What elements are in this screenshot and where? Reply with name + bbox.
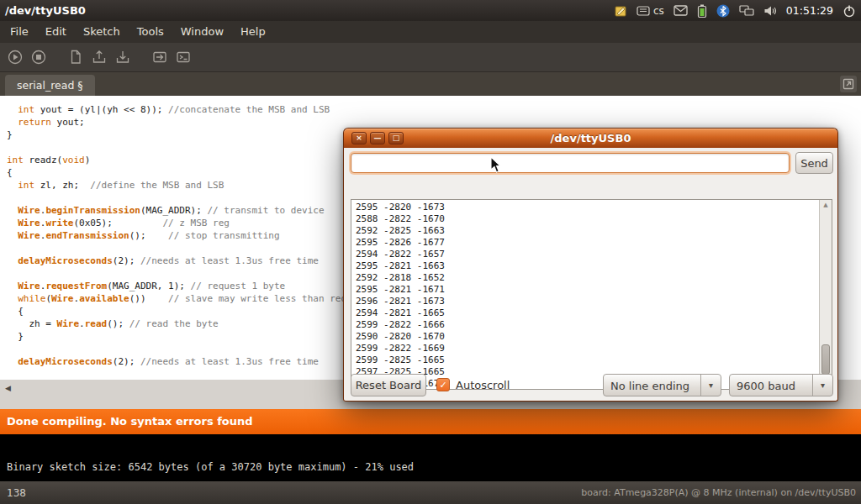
autoscroll-checkbox[interactable]: ✓ <box>436 378 450 391</box>
serial-scrollbar[interactable]: ▲ ▼ <box>819 200 832 389</box>
network-icon[interactable] <box>739 5 754 17</box>
scroll-up-icon[interactable]: ▲ <box>820 202 832 208</box>
menu-item-edit[interactable]: Edit <box>37 21 75 43</box>
serial-output-line: 2596 -2821 -1673 <box>356 296 819 307</box>
menu-item-help[interactable]: Help <box>232 21 274 43</box>
compile-status-bar: Done compiling. No syntax errors found <box>0 409 861 434</box>
serial-output-line: 2588 -2822 -1670 <box>356 213 819 225</box>
line-ending-select[interactable]: No line ending ▾ <box>603 374 721 396</box>
baud-value: 9600 baud <box>737 375 795 397</box>
new-sketch-button[interactable] <box>66 47 86 67</box>
bluetooth-icon[interactable] <box>716 4 730 18</box>
console-output: Binary sketch size: 6542 bytes (of a 307… <box>0 434 861 481</box>
serial-output-line: 2592 -2818 -1652 <box>356 272 819 284</box>
keyboard-icon <box>637 6 650 16</box>
system-tray: cs 01:51:29 <box>614 4 856 18</box>
screen: /dev/ttyUSB0 cs 01:5 <box>0 0 861 504</box>
menu-bar: FileEditSketchToolsWindowHelp <box>0 21 861 43</box>
verify-button[interactable] <box>5 47 25 67</box>
keyboard-layout-indicator[interactable]: cs <box>637 5 664 17</box>
tab-menu-icon[interactable] <box>840 76 857 92</box>
maximize-icon[interactable]: □ <box>388 132 404 144</box>
chevron-down-icon: ▾ <box>700 375 721 396</box>
serial-monitor-button[interactable] <box>173 47 193 67</box>
serial-monitor-titlebar[interactable]: × — □ /dev/ttyUSB0 <box>343 128 838 148</box>
open-button[interactable] <box>89 47 109 67</box>
serial-output-line: 2595 -2821 -1663 <box>356 260 819 272</box>
mail-icon[interactable] <box>673 5 688 16</box>
compile-status-message: Done compiling. No syntax errors found <box>7 415 253 428</box>
reset-board-button[interactable]: Reset Board <box>351 374 426 396</box>
serial-monitor-title: /dev/ttyUSB0 <box>344 132 837 144</box>
serial-output-line: 2595 -2820 -1673 <box>356 202 819 213</box>
close-icon[interactable]: × <box>351 132 367 144</box>
serial-monitor-body: Send 2595 -2820 -16732588 -2822 -1670259… <box>343 148 838 402</box>
serial-input[interactable] <box>351 153 790 173</box>
menu-item-tools[interactable]: Tools <box>129 21 172 43</box>
minimize-icon[interactable]: — <box>370 132 385 144</box>
tab-bar: serial_read § <box>0 72 861 96</box>
hscroll-left-icon[interactable]: ◀ <box>5 384 11 392</box>
autoscroll-label: Autoscroll <box>456 375 510 396</box>
window-title: /dev/ttyUSB0 <box>5 4 86 17</box>
line-indicator: 138 <box>0 487 26 499</box>
code-line: return yout; <box>7 116 861 129</box>
clock[interactable]: 01:51:29 <box>786 4 833 17</box>
code-line: int yout = (yl|(yh << 8)); //concatenate… <box>7 103 861 116</box>
toolbar <box>0 43 861 72</box>
top-panel: /dev/ttyUSB0 cs 01:5 <box>0 0 861 21</box>
session-menu-icon[interactable] <box>843 4 856 18</box>
serial-monitor-window: × — □ /dev/ttyUSB0 Send 2595 -2820 -1673… <box>343 128 838 402</box>
serial-output-line: 2599 -2822 -1669 <box>356 343 819 354</box>
send-button[interactable]: Send <box>795 152 833 174</box>
tab-label: serial_read § <box>17 79 83 92</box>
serial-output-lines: 2595 -2820 -16732588 -2822 -16702592 -28… <box>351 200 819 389</box>
serial-output-area[interactable]: 2595 -2820 -16732588 -2822 -16702592 -28… <box>351 199 832 390</box>
line-ending-value: No line ending <box>610 375 689 397</box>
scrollbar-thumb[interactable] <box>821 344 830 375</box>
serial-output-line: 2590 -2820 -1670 <box>356 331 819 343</box>
status-footer: 138 board: ATmega328P(A) @ 8 MHz (intern… <box>0 481 861 504</box>
serial-output-line: 2599 -2825 -1665 <box>356 354 819 366</box>
console-text: Binary sketch size: 6542 bytes (of a 307… <box>7 461 414 473</box>
menu-item-window[interactable]: Window <box>172 21 232 43</box>
serial-output-line: 2594 -2822 -1657 <box>356 249 819 260</box>
chevron-down-icon: ▾ <box>812 375 832 396</box>
mouse-cursor <box>490 156 504 178</box>
battery-icon[interactable] <box>697 4 707 18</box>
baud-select[interactable]: 9600 baud ▾ <box>729 374 833 396</box>
keyboard-layout-label: cs <box>653 5 664 17</box>
volume-icon[interactable] <box>763 5 777 17</box>
board-info: board: ATmega328P(A) @ 8 MHz (internal) … <box>581 487 861 498</box>
menu-item-file[interactable]: File <box>2 21 37 43</box>
tab-serial-read[interactable]: serial_read § <box>5 75 95 96</box>
stop-button[interactable] <box>29 47 49 67</box>
upload-button[interactable] <box>150 47 170 67</box>
note-icon[interactable] <box>614 4 627 18</box>
serial-output-line: 2594 -2821 -1665 <box>356 307 819 319</box>
serial-output-line: 2592 -2825 -1663 <box>356 225 819 237</box>
serial-output-line: 2599 -2822 -1666 <box>356 319 819 331</box>
save-button[interactable] <box>113 47 133 67</box>
serial-output-line: 2595 -2821 -1671 <box>356 284 819 296</box>
menu-item-sketch[interactable]: Sketch <box>75 21 129 43</box>
serial-output-line: 2595 -2826 -1677 <box>356 237 819 249</box>
